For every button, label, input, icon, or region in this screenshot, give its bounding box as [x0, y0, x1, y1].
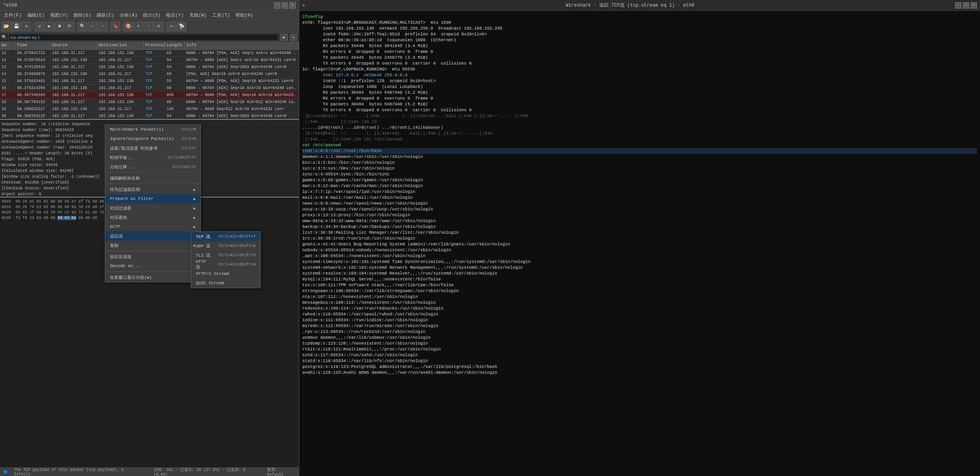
profile: 配置: Default — [267, 467, 296, 476]
toolbar-capture-restart[interactable]: ⟳ — [65, 22, 74, 31]
menu-capture[interactable]: 捕获(C) — [94, 11, 117, 19]
terminal-minimize[interactable]: − — [955, 2, 961, 9]
toolbar-find[interactable]: 🔍 — [78, 22, 87, 31]
packet-row[interactable]: 15 88.375015491 192.168.31.217 192.168.1… — [0, 78, 299, 85]
ctx-show-in-window[interactable]: 在新窗口显示分组(W) — [105, 273, 201, 282]
toolbar-close[interactable]: ✕ — [22, 22, 31, 31]
toolbar-colorize[interactable]: 🎨 — [124, 22, 133, 31]
ctx-copy[interactable]: 复制 ▶ — [105, 241, 201, 250]
toolbar-open[interactable]: 📂 — [2, 22, 11, 31]
toolbar-zoom-in[interactable]: + — [134, 22, 143, 31]
terminal-line: cat /etc/passwd — [302, 142, 977, 148]
packet-row[interactable]: 14 88.374995979 192.168.152.130 192.168.… — [0, 71, 299, 78]
ctx-mark-packet[interactable]: Mark/Unmark Packet(s) Ctrl+M — [105, 125, 201, 134]
filter-apply[interactable]: ▶ — [280, 34, 288, 41]
toolbar-capture-stop[interactable]: ■ — [55, 22, 64, 31]
close-button[interactable]: × — [289, 2, 296, 9]
terminal-line: nobody:x:65534:65534:nobody:/nonexistent… — [302, 247, 977, 253]
menu-tools[interactable]: 工具(T) — [210, 11, 232, 19]
terminal-close[interactable]: × — [971, 2, 977, 9]
submenu-quic[interactable]: QUIC Stream — [191, 278, 260, 288]
submenu-http[interactable]: HTTP 流 Ctrl+Alt+Shift+H — [191, 260, 260, 269]
ctx-time-ref[interactable]: 设置/取消设置 时间参考 Ctrl+T — [105, 144, 201, 153]
filter-bar: 🔍 ▶ ✕ — [0, 33, 299, 42]
packet-row[interactable]: 11 88.373841722 192.168.31.217 192.168.1… — [0, 50, 299, 57]
cell-time: 88.375314266 — [16, 86, 51, 90]
ctx-edit-name[interactable]: 编辑解析的名称 — [105, 173, 201, 183]
submenu-tls[interactable]: TLS 流 Ctrl+Alt+Shift+S — [191, 250, 260, 260]
ctx-protocol-prefs[interactable]: 协议首选项 — [105, 252, 201, 261]
ctx-time-shift[interactable]: 时间平移... Ctrl+Shift+T — [105, 153, 201, 162]
toolbar-capture-start[interactable]: ▶ — [45, 22, 54, 31]
ctx-prepare-filter[interactable]: Prepare as Filter ▶ — [105, 194, 201, 203]
menu-phone[interactable]: 电话(Y) — [164, 11, 186, 19]
menu-go[interactable]: 跳转(G) — [71, 11, 94, 19]
maximize-button[interactable]: □ — [282, 2, 288, 9]
toolbar-sep3 — [109, 23, 109, 30]
terminal-panel: ■ Wireshark · 追踪 TCP流 (tcp.stream eq 1) … — [299, 0, 980, 476]
filter-clear[interactable]: ✕ — [289, 34, 297, 41]
ctx-time-ref-label: 设置/取消设置 时间参考 — [110, 145, 158, 151]
packet-list-header: No. Time Source Destination Protocol Len… — [0, 42, 299, 50]
ctx-conversation-filter[interactable]: 对话过滤器 ▶ — [105, 203, 201, 213]
menu-edit[interactable]: 编辑(E) — [25, 11, 47, 19]
menu-view[interactable]: 视图(V) — [48, 11, 70, 19]
toolbar-save[interactable]: 💾 — [12, 22, 21, 31]
toolbar-forward[interactable]: → — [98, 22, 107, 31]
packet-row[interactable]: 19 88.388032227 192.168.152.130 192.168.… — [0, 106, 299, 113]
ctx-sctp[interactable]: SCTP ▶ — [105, 222, 201, 231]
menu-analyze[interactable]: 分析(A) — [117, 11, 140, 19]
ctx-ignore-shortcut: Ctrl+D — [182, 137, 196, 141]
submenu-udp[interactable]: UDP 流 Ctrl+Alt+Shift+U — [191, 241, 260, 250]
filter-label: 🔍 — [2, 35, 7, 40]
submenu-http2[interactable]: HTTP/2 Stream — [191, 269, 260, 278]
terminal-line: uucp:x:10:10:uucp:/var/spool/uucp:/usr/s… — [302, 206, 977, 212]
window-controls: − □ × — [274, 2, 296, 9]
col-src-header: Source — [51, 42, 97, 49]
cell-info: 60784 → 8080 [PSH, ACK] Seq=10 Win=64231… — [185, 79, 299, 83]
col-info-header: Info — [185, 42, 299, 49]
packet-row[interactable]: 12 88.373878524 192.168.152.130 192.168.… — [0, 57, 299, 64]
ctx-comment[interactable]: 分组注释... Ctrl+Alt+C — [105, 162, 201, 172]
toolbar-bookmark[interactable]: 🔖 — [111, 22, 120, 31]
terminal-line: bin:x:2:2:bin:/bin:/usr/sbin/nologin — [302, 160, 977, 166]
toolbar-zoom-out[interactable]: - — [144, 22, 153, 31]
terminal-line: RX packets 33449 bytes 3641845 (3.4 MiB) — [302, 43, 977, 49]
packet-row[interactable]: 20 88.388359125 192.168.31.217 192.168.1… — [0, 113, 299, 120]
ctx-prepare-filter-arrow: ▶ — [193, 196, 196, 201]
toolbar-resize[interactable]: ⇔ — [167, 22, 176, 31]
terminal-line: systemd-network:x:102:103:systemd Networ… — [302, 265, 977, 271]
terminal-line: inet6 fe80::20c:29ff:fea1:851d prefixlen… — [302, 32, 977, 37]
terminal-maximize[interactable]: □ — [963, 2, 969, 9]
terminal-line: ether 00:0c:29:a1:85:1d txqueuelen 1000 … — [302, 37, 977, 43]
toolbar-back[interactable]: ← — [88, 22, 97, 31]
menu-statistics[interactable]: 统计(S) — [141, 11, 163, 19]
toolbar-sep5 — [165, 23, 165, 30]
minimize-button[interactable]: − — [274, 2, 280, 9]
ctx-follow-stream[interactable]: 追踪流 ▶ TCP 流 Ctrl+Alt+Shift+T UDP 流 Ctrl+… — [105, 231, 201, 241]
toolbar-reload[interactable]: ↺ — [35, 22, 44, 31]
packet-row[interactable]: 18 88.387783152 192.168.31.217 192.168.1… — [0, 99, 299, 106]
ctx-ignore-packet[interactable]: Ignore/Unignore Packet(s) Ctrl+D — [105, 134, 201, 144]
menu-help[interactable]: 帮助(H) — [233, 11, 256, 19]
submenu-http-shortcut: Ctrl+Alt+Shift+H — [218, 262, 256, 267]
menu-bar: 文件(F) 编辑(E) 视图(V) 跳转(G) 捕获(C) 分析(A) 统计(S… — [0, 11, 299, 20]
cell-src: 192.168.152.130 — [51, 58, 97, 62]
toolbar-wireless[interactable]: 📡 — [177, 22, 186, 31]
packet-row[interactable]: 13 88.374135543 192.168.31.217 192.168.1… — [0, 64, 299, 71]
submenu-tcp[interactable]: TCP 流 Ctrl+Alt+Shift+T — [191, 232, 260, 241]
terminal-line: sshd:x:117:65534::/run/sshd:/usr/sbin/no… — [302, 352, 977, 358]
toolbar-zoom-reset[interactable]: ⊙ — [154, 22, 163, 31]
toolbar-sep4 — [122, 23, 122, 30]
filter-input[interactable] — [9, 34, 279, 41]
ctx-apply-filter[interactable]: 作为过滤器应用 ▶ — [105, 185, 201, 194]
terminal-line: inet6 ::1 prefixlen 128 scopeid 0x10<hos… — [302, 78, 977, 84]
cell-dst: 192.168.152.130 — [97, 114, 144, 118]
menu-wireless[interactable]: 无线(W) — [187, 11, 209, 19]
packet-row[interactable]: 16 88.375314266 192.168.152.130 192.168.… — [0, 85, 299, 92]
ctx-decode-as[interactable]: Decode As... — [105, 261, 201, 271]
packet-row[interactable]: 17 88.387340165 192.168.31.217 192.168.1… — [0, 92, 299, 99]
ctx-time-shift-shortcut: Ctrl+Shift+T — [168, 156, 196, 160]
menu-file[interactable]: 文件(F) — [2, 11, 24, 19]
ctx-colorize[interactable]: 对话着色 ▶ — [105, 213, 201, 222]
